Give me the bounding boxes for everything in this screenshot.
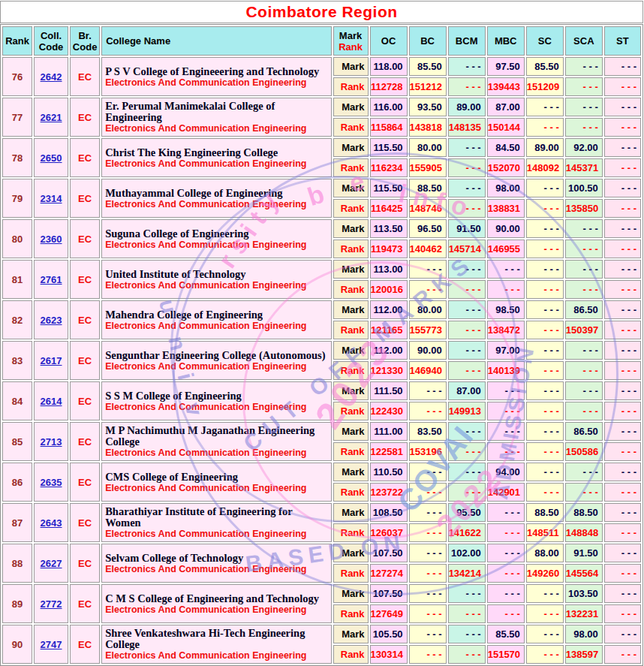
mark-value-sc: 88.00 xyxy=(526,544,564,562)
rank-value-sc: - - - xyxy=(526,240,564,258)
mark-value-oc: 107.50 xyxy=(370,584,408,603)
mark-value-sc: - - - xyxy=(526,179,564,197)
coll-code-link[interactable]: 2713 xyxy=(41,436,62,448)
rank-value-bc: - - - xyxy=(409,564,447,583)
br-code-cell: EC xyxy=(70,179,100,218)
rank-value-sc: - - - xyxy=(526,604,564,623)
mark-label: Mark xyxy=(333,57,369,76)
rank-value-bc: - - - xyxy=(409,483,447,502)
mark-value-bc: 90.00 xyxy=(409,341,447,360)
rank-value-sca: 150586 xyxy=(565,442,603,461)
col-header-oc: OC xyxy=(370,26,408,56)
coll-code-cell: 2747 xyxy=(34,625,68,664)
mark-value-mbc: 97.50 xyxy=(487,57,525,76)
coll-code-link[interactable]: 2314 xyxy=(41,193,62,204)
rank-value-st: - - - xyxy=(604,442,641,461)
mark-value-bcm: - - - xyxy=(448,463,486,481)
course-name: Electronics And Communication Engineerin… xyxy=(105,604,327,615)
col-header-college-name: College Name xyxy=(101,26,331,56)
course-name: Electronics And Communication Engineerin… xyxy=(105,158,327,169)
mark-value-mbc: - - - xyxy=(487,584,525,603)
coll-code-cell: 2772 xyxy=(34,584,68,623)
mark-value-sc: - - - xyxy=(526,463,564,481)
mark-value-st: - - - xyxy=(604,625,641,643)
rank-value-bc: 146940 xyxy=(409,361,447,380)
rank-value-sca: - - - xyxy=(565,240,603,258)
br-code-cell: EC xyxy=(70,138,100,177)
rank-value-bcm: - - - xyxy=(448,604,486,623)
coll-code-link[interactable]: 2360 xyxy=(41,234,62,245)
college-cell: S S M College of EngineeringElectronics … xyxy=(101,381,331,420)
college-name: CMS College of Engineering xyxy=(105,472,327,483)
college-row-mark: 822623ECMahendra College of EngineeringE… xyxy=(2,300,641,319)
coll-code-link[interactable]: 2650 xyxy=(41,152,62,164)
rank-value-sc: - - - xyxy=(526,361,564,380)
rank-value-sca: 135850 xyxy=(565,199,603,218)
college-cell: Muthayammal College of EngineeringElectr… xyxy=(101,179,331,218)
rank-value-sca: - - - xyxy=(565,361,603,380)
college-name: C M S College of Engineering and Technol… xyxy=(105,593,327,604)
rank-value-st: - - - xyxy=(604,523,641,542)
college-row-mark: 762642ECP S V College of Engineeering an… xyxy=(2,57,641,76)
col-header-br-code: Br. Code xyxy=(70,26,100,56)
mark-value-sca: 91.50 xyxy=(565,544,603,562)
college-name: Muthayammal College of Engineering xyxy=(105,188,327,199)
coll-code-link[interactable]: 2623 xyxy=(41,315,62,326)
br-code-cell: EC xyxy=(70,584,100,623)
coll-code-link[interactable]: 2621 xyxy=(41,112,62,123)
coll-code-cell: 2314 xyxy=(34,179,68,218)
rank-value-bcm: 134214 xyxy=(448,564,486,583)
coll-code-link[interactable]: 2635 xyxy=(41,477,62,488)
mark-value-bc: - - - xyxy=(409,381,447,400)
rank-value-mbc: - - - xyxy=(487,523,525,542)
coll-code-link[interactable]: 2761 xyxy=(41,274,62,285)
rank-value-oc: 121165 xyxy=(370,321,408,339)
coll-code-cell: 2642 xyxy=(34,57,68,96)
coll-code-cell: 2360 xyxy=(34,219,68,258)
mark-value-bc: - - - xyxy=(409,544,447,562)
coll-code-link[interactable]: 2772 xyxy=(41,598,62,610)
mark-value-sca: - - - xyxy=(565,57,603,76)
coll-code-link[interactable]: 2617 xyxy=(41,355,62,366)
rank-value-mbc: 152070 xyxy=(487,158,525,177)
course-name: Electronics And Communication Engineerin… xyxy=(105,321,327,331)
mark-value-bc: - - - xyxy=(409,463,447,481)
coll-code-link[interactable]: 2642 xyxy=(41,71,62,83)
rank-value-st: - - - xyxy=(604,604,641,623)
rank-value-sca: 138597 xyxy=(565,645,603,664)
mark-value-mbc: 94.00 xyxy=(487,463,525,481)
rank-value-bcm: 141622 xyxy=(448,523,486,542)
rank-value-bc: - - - xyxy=(409,645,447,664)
rank-value-bc: 155773 xyxy=(409,321,447,339)
mark-value-oc: 110.50 xyxy=(370,463,408,481)
college-name: Bharathiyar Institute of Engineering for… xyxy=(105,506,327,529)
mark-value-sc: - - - xyxy=(526,300,564,319)
rank-value-oc: 120016 xyxy=(370,280,408,299)
coll-code-link[interactable]: 2627 xyxy=(41,558,62,569)
rank-value-st: - - - xyxy=(604,199,641,218)
mark-value-bcm: - - - xyxy=(448,260,486,279)
region-title-bar: Coimbatore Region xyxy=(0,1,643,23)
coll-code-link[interactable]: 2643 xyxy=(41,517,62,529)
rank-value-sca: 148848 xyxy=(565,523,603,542)
mark-value-st: - - - xyxy=(604,341,641,360)
rank-value-st: - - - xyxy=(604,280,641,299)
mark-value-bc: 85.50 xyxy=(409,57,447,76)
college-cell: M P Nachimuthu M Jaganathan Engineering … xyxy=(101,422,331,461)
rank-value-bc: - - - xyxy=(409,523,447,542)
course-name: Electronics And Communication Engineerin… xyxy=(105,448,327,458)
rank-value-mbc: 151570 xyxy=(487,645,525,664)
coll-code-link[interactable]: 2747 xyxy=(41,639,62,650)
college-cell: CMS College of EngineeringElectronics An… xyxy=(101,463,331,502)
mark-value-bcm: 87.00 xyxy=(448,381,486,400)
cutoff-table: Rank Coll. Code Br. Code College Name Ma… xyxy=(0,24,643,666)
college-name: Shree Venkateshwara Hi-Tech Engineering … xyxy=(105,628,327,650)
mark-value-bcm: 102.00 xyxy=(448,544,486,562)
rank-value-oc: 112728 xyxy=(370,77,408,96)
coll-code-link[interactable]: 2614 xyxy=(41,396,62,407)
rank-value-sc: 149260 xyxy=(526,564,564,583)
rank-label: Rank xyxy=(333,280,369,299)
br-code-cell: EC xyxy=(70,463,100,502)
mark-value-sc: - - - xyxy=(526,341,564,360)
mark-label: Mark xyxy=(333,544,369,562)
